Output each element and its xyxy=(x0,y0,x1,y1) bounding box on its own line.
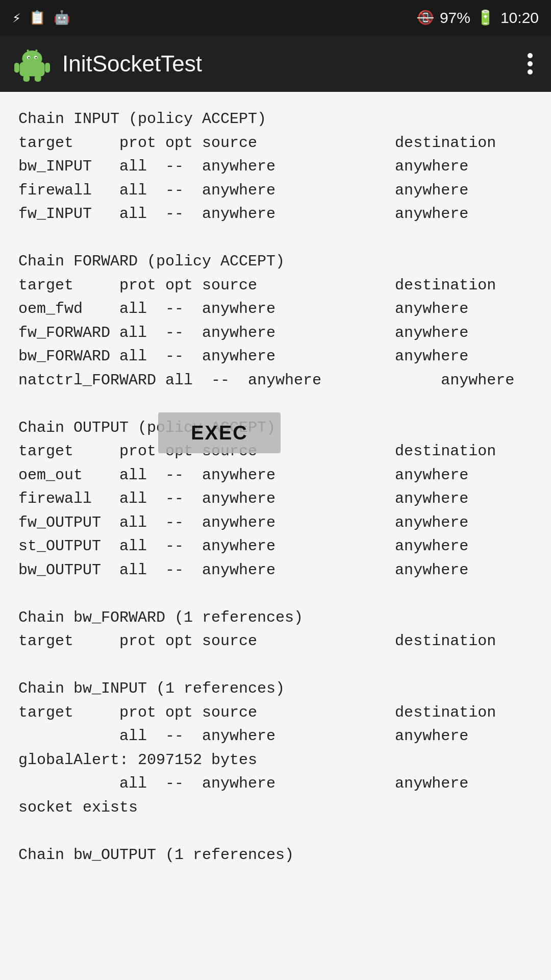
battery-icon: 🔋 xyxy=(477,9,494,27)
more-options-button[interactable] xyxy=(523,49,537,79)
svg-point-5 xyxy=(35,57,37,59)
content-area: Chain INPUT (policy ACCEPT) target prot … xyxy=(0,92,551,980)
svg-point-8 xyxy=(27,50,29,52)
menu-dot-3 xyxy=(528,69,533,75)
battery-percent: 97% xyxy=(440,9,470,27)
app-bar: InitSocketTest xyxy=(0,36,551,92)
output-text: Chain INPUT (policy ACCEPT) target prot … xyxy=(18,107,533,867)
status-bar: ⚡ 📋 🤖 📵 97% 🔋 10:20 xyxy=(0,0,551,36)
menu-dot-2 xyxy=(528,61,533,66)
exec-button[interactable]: EXEC xyxy=(158,412,281,453)
status-bar-right: 📵 97% 🔋 10:20 xyxy=(417,9,539,27)
svg-rect-13 xyxy=(35,75,41,82)
usb-icon: ⚡ xyxy=(12,9,21,27)
app-title: InitSocketTest xyxy=(62,51,523,77)
svg-rect-10 xyxy=(14,63,19,73)
menu-dot-1 xyxy=(528,53,533,58)
android-icon: 🤖 xyxy=(54,10,70,26)
svg-point-4 xyxy=(28,57,30,59)
status-bar-left: ⚡ 📋 🤖 xyxy=(12,9,70,27)
exec-label: EXEC xyxy=(191,422,247,444)
svg-point-9 xyxy=(35,50,37,52)
app-logo-icon xyxy=(14,46,50,82)
svg-point-1 xyxy=(22,51,42,66)
svg-rect-11 xyxy=(45,63,50,73)
clipboard-icon: 📋 xyxy=(29,10,45,26)
sim-slash-icon: 📵 xyxy=(417,10,434,26)
time-display: 10:20 xyxy=(500,9,539,27)
svg-rect-12 xyxy=(23,75,30,82)
